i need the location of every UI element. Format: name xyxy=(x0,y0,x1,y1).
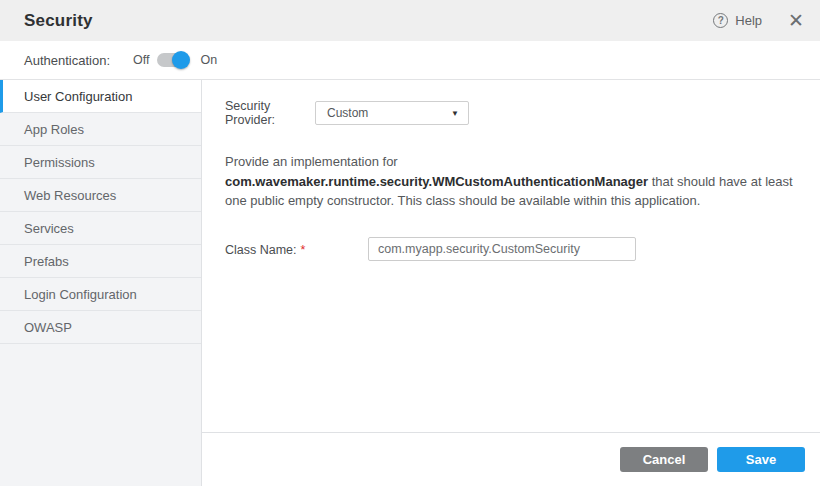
toggle-knob-icon xyxy=(172,51,190,69)
toggle-on-label: On xyxy=(200,53,217,67)
sidebar-item-web-resources[interactable]: Web Resources xyxy=(0,179,201,212)
toggle-off-label: Off xyxy=(133,53,149,67)
sidebar: User Configuration App Roles Permissions… xyxy=(0,80,202,486)
security-provider-label: Security Provider: xyxy=(225,99,315,127)
help-button[interactable]: ? Help xyxy=(713,13,762,28)
security-provider-value: Custom xyxy=(327,106,368,120)
sidebar-item-permissions[interactable]: Permissions xyxy=(0,146,201,179)
main-panel: Security Provider: Custom ▼ Provide an i… xyxy=(202,80,820,486)
authentication-toggle[interactable] xyxy=(157,53,188,67)
sidebar-item-services[interactable]: Services xyxy=(0,212,201,245)
sidebar-item-user-configuration[interactable]: User Configuration xyxy=(0,80,201,113)
body: User Configuration App Roles Permissions… xyxy=(0,80,820,486)
save-button[interactable]: Save xyxy=(717,447,805,472)
provider-description: Provide an implementation for com.wavema… xyxy=(225,152,812,211)
close-icon[interactable]: ✕ xyxy=(788,11,804,30)
chevron-down-icon: ▼ xyxy=(451,109,459,118)
footer-actions: Cancel Save xyxy=(202,432,820,486)
class-name-input[interactable] xyxy=(368,237,636,261)
description-class-name: com.wavemaker.runtime.security.WMCustomA… xyxy=(225,174,648,189)
user-configuration-content: Security Provider: Custom ▼ Provide an i… xyxy=(202,80,820,432)
class-name-label-wrap: Class Name:* xyxy=(225,240,368,258)
required-asterisk: * xyxy=(301,243,306,257)
security-dialog-header: Security ? Help ✕ xyxy=(0,0,820,41)
authentication-label: Authentication: xyxy=(24,53,110,68)
description-part1: Provide an implementation for xyxy=(225,154,398,169)
cancel-button[interactable]: Cancel xyxy=(620,447,708,472)
sidebar-item-login-configuration[interactable]: Login Configuration xyxy=(0,278,201,311)
sidebar-item-app-roles[interactable]: App Roles xyxy=(0,113,201,146)
class-name-row: Class Name:* xyxy=(225,237,812,261)
page-title: Security xyxy=(24,11,93,31)
class-name-label: Class Name: xyxy=(225,243,297,257)
security-provider-select[interactable]: Custom ▼ xyxy=(315,101,469,125)
help-label: Help xyxy=(735,13,762,28)
sidebar-item-owasp[interactable]: OWASP xyxy=(0,311,201,344)
help-icon: ? xyxy=(713,13,728,28)
header-actions: ? Help ✕ xyxy=(713,11,804,30)
security-provider-row: Security Provider: Custom ▼ xyxy=(225,99,812,127)
authentication-bar: Authentication: Off On xyxy=(0,41,820,80)
sidebar-item-prefabs[interactable]: Prefabs xyxy=(0,245,201,278)
